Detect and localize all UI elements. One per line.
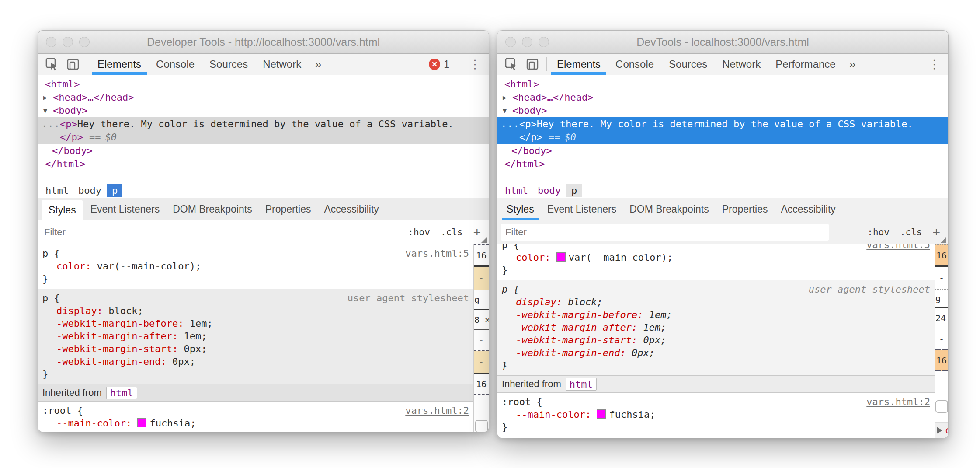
tab-dom-breakpoints[interactable]: DOM Breakpoints — [623, 198, 716, 220]
close-window-button[interactable] — [505, 37, 516, 47]
device-toolbar-icon[interactable] — [66, 57, 80, 71]
filter-input[interactable] — [501, 224, 829, 241]
collapse-arrow-icon[interactable]: ▼ — [503, 104, 512, 117]
color-swatch-icon[interactable] — [137, 418, 146, 427]
box-model-margin-value: 16 — [474, 374, 489, 395]
css-rule-root[interactable]: :root {vars.html:2 --main-color: fuchsia… — [38, 402, 473, 432]
box-model-content-size: 24 x — [935, 308, 948, 328]
zoom-window-button[interactable] — [79, 37, 90, 47]
stylesheet-link[interactable]: vars.html:2 — [866, 395, 930, 408]
minimize-window-button[interactable] — [63, 37, 73, 47]
color-swatch-icon[interactable] — [556, 252, 566, 262]
dom-node-body-open[interactable]: ▼<body> — [497, 104, 948, 117]
title-bar: DevTools - localhost:3000/vars.html — [497, 31, 948, 54]
computed-property-row[interactable]: c — [935, 422, 948, 438]
css-rule-p-user-agent[interactable]: p {user agent stylesheet display: block;… — [497, 280, 935, 375]
dom-node-body-open[interactable]: ▼<body> — [38, 104, 489, 117]
new-style-rule-button[interactable]: + — [473, 225, 481, 240]
tab-elements[interactable]: Elements — [549, 54, 608, 75]
breadcrumb-html[interactable]: html — [500, 184, 533, 197]
error-badge-icon[interactable]: ✕ — [429, 59, 440, 70]
dom-node-head[interactable]: ▶<head>…</head> — [38, 91, 489, 104]
overflow-gutter-icon[interactable]: ... — [42, 117, 60, 130]
color-swatch-icon[interactable] — [597, 409, 606, 419]
tab-dom-breakpoints[interactable]: DOM Breakpoints — [166, 198, 259, 220]
tab-sources[interactable]: Sources — [661, 54, 715, 75]
tab-event-listeners[interactable]: Event Listeners — [541, 198, 623, 220]
stylesheet-link[interactable]: vars.html:5 — [866, 244, 930, 251]
dom-node-html-close[interactable]: </html> — [38, 157, 489, 171]
styles-pane: p {vars.html:5 color: var(--main-color);… — [38, 244, 489, 432]
toggle-class-button[interactable]: .cls — [441, 227, 463, 237]
device-toolbar-icon[interactable] — [525, 57, 539, 71]
collapse-arrow-icon[interactable]: ▼ — [43, 104, 53, 117]
stylesheet-link[interactable]: vars.html:2 — [405, 404, 469, 417]
tab-console[interactable]: Console — [608, 54, 661, 75]
dom-tree: <html> ▶<head>…</head> ▼<body> ... <p>He… — [38, 75, 489, 182]
tab-styles[interactable]: Styles — [42, 200, 83, 220]
box-model-strip-cutoff: 16 - g - 8 × - - 16 c d — [474, 244, 489, 432]
css-rule-p-authored[interactable]: p {vars.html:5 color: var(--main-color);… — [38, 244, 473, 289]
inherited-chip-html[interactable]: html — [106, 387, 137, 399]
styles-pane: p {vars.html:5 color: var(--main-color);… — [497, 244, 948, 438]
dom-tree: <html> ▶<head>…</head> ▼<body> ... <p>He… — [497, 75, 948, 182]
tab-performance[interactable]: Performance — [768, 54, 843, 75]
breadcrumb-p-selected[interactable]: p — [107, 184, 122, 197]
tab-properties[interactable]: Properties — [716, 198, 775, 220]
breadcrumb-html[interactable]: html — [41, 184, 73, 197]
toggle-hover-state-button[interactable]: :hov — [867, 227, 890, 237]
tab-accessibility[interactable]: Accessibility — [775, 198, 842, 220]
checkbox[interactable] — [475, 420, 488, 432]
traffic-lights — [505, 31, 549, 53]
minimize-window-button[interactable] — [522, 37, 532, 47]
dom-node-p-selected[interactable]: ... <p>Hey there. My color is determined… — [38, 117, 489, 144]
tab-elements[interactable]: Elements — [90, 54, 149, 75]
inherited-chip-html[interactable]: html — [566, 378, 597, 391]
box-model-border-value: - — [474, 267, 489, 290]
toggle-hover-state-button[interactable]: :hov — [408, 227, 430, 237]
box-model-padding-value: - — [474, 330, 489, 351]
tab-network[interactable]: Network — [255, 54, 309, 75]
resize-grip-icon[interactable] — [481, 237, 487, 243]
kebab-menu-icon[interactable]: ⋮ — [461, 57, 489, 71]
inspect-element-icon[interactable] — [504, 57, 518, 71]
breadcrumb-p-selected[interactable]: p — [566, 184, 582, 197]
checkbox[interactable] — [935, 400, 948, 413]
styles-filter-bar: :hov .cls + — [38, 220, 489, 244]
dom-node-p-selected[interactable]: ... <p>Hey there. My color is determined… — [497, 117, 948, 144]
css-rule-p-user-agent[interactable]: p {user agent stylesheet display: block;… — [38, 289, 473, 384]
tab-event-listeners[interactable]: Event Listeners — [84, 198, 167, 220]
filter-input[interactable] — [38, 227, 408, 238]
dom-node-html-open[interactable]: <html> — [497, 78, 948, 91]
expand-arrow-icon[interactable]: ▶ — [503, 91, 512, 104]
dom-node-body-close[interactable]: </body> — [38, 144, 489, 157]
inspect-element-icon[interactable] — [45, 57, 59, 71]
css-rule-root[interactable]: :root {vars.html:2 --main-color: fuchsia… — [497, 393, 935, 437]
tab-network[interactable]: Network — [715, 54, 768, 75]
stylesheet-link[interactable]: vars.html:5 — [405, 247, 469, 260]
zoom-window-button[interactable] — [539, 37, 549, 47]
overflow-gutter-icon[interactable]: ... — [501, 117, 520, 130]
close-window-button[interactable] — [46, 37, 56, 47]
dom-node-html-close[interactable]: </html> — [497, 157, 948, 171]
tab-styles[interactable]: Styles — [500, 198, 541, 220]
resize-grip-icon[interactable] — [941, 237, 946, 243]
more-tabs-chevron-icon[interactable]: » — [843, 54, 862, 75]
tab-sources[interactable]: Sources — [202, 54, 255, 75]
kebab-menu-icon[interactable]: ⋮ — [921, 57, 948, 71]
breadcrumb-body[interactable]: body — [533, 184, 566, 197]
dom-node-body-close[interactable]: </body> — [497, 144, 948, 157]
tab-properties[interactable]: Properties — [259, 198, 318, 220]
tab-console[interactable]: Console — [149, 54, 202, 75]
more-tabs-chevron-icon[interactable]: » — [309, 54, 327, 75]
new-style-rule-button[interactable]: + — [932, 225, 940, 240]
breadcrumb-body[interactable]: body — [73, 184, 106, 197]
dom-node-head[interactable]: ▶<head>…</head> — [497, 91, 948, 104]
box-model-margin-value: 16 — [935, 350, 948, 371]
toggle-class-button[interactable]: .cls — [900, 227, 922, 237]
disclosure-arrow-icon[interactable] — [937, 427, 942, 434]
expand-arrow-icon[interactable]: ▶ — [43, 91, 53, 104]
tab-accessibility[interactable]: Accessibility — [318, 198, 386, 220]
css-rule-p-authored[interactable]: p {vars.html:5 color: var(--main-color);… — [497, 244, 935, 280]
dom-node-html-open[interactable]: <html> — [38, 78, 489, 91]
